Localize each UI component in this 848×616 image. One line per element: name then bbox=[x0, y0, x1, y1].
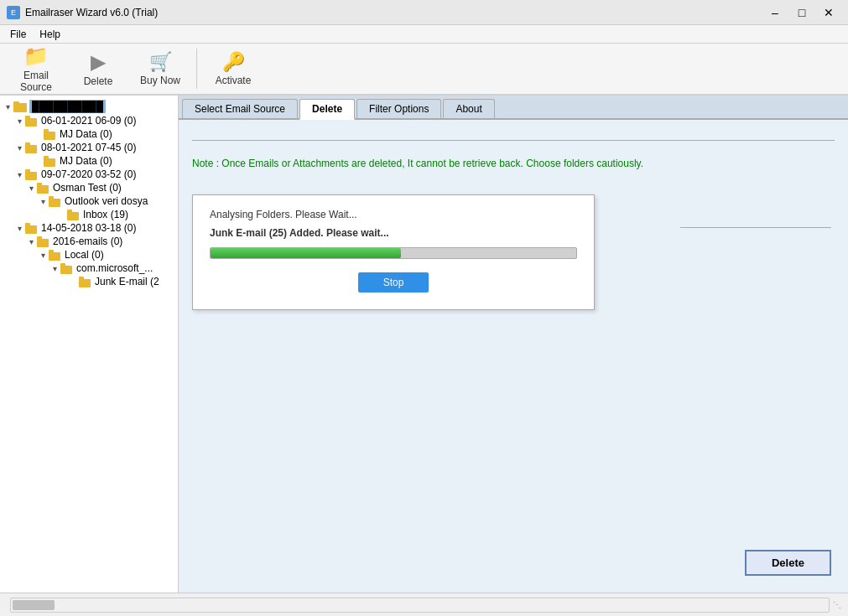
folder-icon-7 bbox=[67, 210, 81, 220]
tree-item-1[interactable]: MJ Data (0) bbox=[0, 127, 178, 141]
progress-subtitle: Junk E-mail (25) Added. Please wait... bbox=[210, 227, 577, 239]
activate-label: Activate bbox=[216, 75, 252, 86]
activate-icon: 🔑 bbox=[222, 51, 245, 73]
tree-label-2: 08-01-2021 07-45 (0) bbox=[41, 142, 136, 153]
tree-item-5[interactable]: ▾ Osman Test (0) bbox=[0, 181, 178, 194]
folder-icon-8 bbox=[25, 223, 39, 234]
tree-label-11: com.microsoft_... bbox=[76, 262, 153, 274]
tree-label-12: Junk E-mail (2 bbox=[95, 276, 159, 287]
tree-item-2[interactable]: ▾ 08-01-2021 07-45 (0) bbox=[0, 141, 178, 154]
tree-label-5: Osman Test (0) bbox=[53, 182, 122, 194]
folder-icon-1 bbox=[44, 129, 57, 140]
scrollbar-thumb bbox=[13, 600, 55, 610]
tree-label-10: Local (0) bbox=[65, 249, 104, 261]
resize-grip: ⋱ bbox=[833, 600, 841, 609]
tree-label-9: 2016-emails (0) bbox=[53, 236, 122, 247]
tree-toggle-0[interactable]: ▾ bbox=[13, 116, 25, 126]
tree-root[interactable]: ▾ ██████████ bbox=[0, 99, 178, 114]
left-panel: ▾ ██████████ ▾ 06-01-2021 06-09 (0) MJ D… bbox=[0, 96, 179, 593]
tree-item-7[interactable]: Inbox (19) bbox=[0, 208, 178, 221]
tree-label-4: 09-07-2020 03-52 (0) bbox=[41, 168, 136, 180]
tree-toggle-11[interactable]: ▾ bbox=[49, 264, 60, 273]
tree-item-4[interactable]: ▾ 09-07-2020 03-52 (0) bbox=[0, 168, 178, 181]
buy-now-button[interactable]: 🛒 Buy Now bbox=[131, 46, 190, 91]
tree-item-0[interactable]: ▾ 06-01-2021 06-09 (0) bbox=[0, 114, 178, 127]
buy-now-icon: 🛒 bbox=[149, 51, 172, 73]
tree-toggle-10[interactable]: ▾ bbox=[37, 251, 49, 260]
menu-help[interactable]: Help bbox=[33, 27, 67, 42]
tree-toggle-root[interactable]: ▾ bbox=[2, 102, 13, 111]
maximize-button[interactable]: □ bbox=[789, 4, 814, 21]
tab-about[interactable]: About bbox=[443, 99, 494, 118]
window-title: Emailraser Wizard v6.0 (Trial) bbox=[25, 7, 158, 18]
folder-icon-0 bbox=[25, 116, 39, 127]
tree-label-6: Outlook veri dosya bbox=[65, 195, 148, 207]
folder-icon-6 bbox=[49, 196, 62, 207]
note-text: Note : Once Emails or Attachments are de… bbox=[192, 158, 835, 169]
tab-delete[interactable]: Delete bbox=[299, 99, 355, 120]
tree-toggle-1 bbox=[32, 130, 44, 139]
activate-button[interactable]: 🔑 Activate bbox=[204, 46, 263, 91]
folder-icon-9 bbox=[37, 236, 50, 247]
tabs: Select Email Source Delete Filter Option… bbox=[179, 96, 848, 120]
tree-item-8[interactable]: ▾ 14-05-2018 03-18 (0) bbox=[0, 221, 178, 235]
tree-toggle-12 bbox=[67, 277, 79, 287]
tree-toggle-5[interactable]: ▾ bbox=[25, 184, 37, 193]
main-layout: ▾ ██████████ ▾ 06-01-2021 06-09 (0) MJ D… bbox=[0, 96, 848, 593]
tab-select-email-source[interactable]: Select Email Source bbox=[182, 99, 298, 118]
tree-toggle-4[interactable]: ▾ bbox=[13, 170, 25, 179]
minimize-button[interactable]: – bbox=[762, 4, 788, 21]
tree-toggle-3 bbox=[32, 157, 44, 166]
tree-toggle-8[interactable]: ▾ bbox=[13, 224, 25, 233]
progress-dialog: Analysing Folders. Please Wait... Junk E… bbox=[192, 194, 595, 310]
tree-item-11[interactable]: ▾ com.microsoft_... bbox=[0, 261, 178, 275]
tab-filter-options[interactable]: Filter Options bbox=[356, 99, 441, 118]
folder-icon-3 bbox=[44, 156, 57, 167]
tree-toggle-2[interactable]: ▾ bbox=[13, 143, 25, 153]
tree-item-6[interactable]: ▾ Outlook veri dosya bbox=[0, 194, 178, 208]
title-bar: E Emailraser Wizard v6.0 (Trial) – □ ✕ bbox=[0, 0, 848, 25]
window-controls: – □ ✕ bbox=[762, 4, 841, 21]
folder-icon-11 bbox=[60, 263, 74, 274]
tree-label-1: MJ Data (0) bbox=[60, 128, 112, 140]
tree-label-7: Inbox (19) bbox=[83, 209, 128, 220]
tree-item-12[interactable]: Junk E-mail (2 bbox=[0, 275, 178, 288]
progress-bar-fill bbox=[211, 248, 401, 258]
tree-root-label: ██████████ bbox=[29, 100, 106, 113]
email-source-icon: 📁 bbox=[23, 44, 49, 68]
divider-bottom bbox=[680, 227, 831, 228]
tree-label-8: 14-05-2018 03-18 (0) bbox=[41, 222, 136, 234]
tree-toggle-6[interactable]: ▾ bbox=[37, 197, 49, 206]
progress-title: Analysing Folders. Please Wait... bbox=[210, 209, 577, 220]
folder-icon-4 bbox=[25, 169, 39, 180]
app-icon: E bbox=[7, 6, 20, 19]
buy-now-label: Buy Now bbox=[140, 75, 180, 86]
tree-item-9[interactable]: ▾ 2016-emails (0) bbox=[0, 235, 178, 248]
delete-action-button[interactable]: Delete bbox=[745, 550, 831, 576]
toolbar-separator bbox=[196, 49, 197, 89]
delete-label: Delete bbox=[84, 75, 113, 87]
progress-bar-background bbox=[210, 247, 577, 259]
tree-label-0: 06-01-2021 06-09 (0) bbox=[41, 115, 136, 127]
status-bar: ⋱ bbox=[0, 593, 848, 616]
folder-icon-2 bbox=[25, 142, 39, 153]
tree-item-3[interactable]: MJ Data (0) bbox=[0, 154, 178, 168]
tree-toggle-9[interactable]: ▾ bbox=[25, 237, 37, 246]
divider-top bbox=[192, 140, 835, 141]
tree-label-3: MJ Data (0) bbox=[60, 155, 112, 167]
folder-icon-5 bbox=[37, 183, 50, 194]
email-source-label: Email Source bbox=[7, 70, 65, 93]
tab-content-delete: Note : Once Emails or Attachments are de… bbox=[179, 120, 848, 593]
tree-item-10[interactable]: ▾ Local (0) bbox=[0, 248, 178, 261]
delete-icon: ▶ bbox=[91, 50, 106, 74]
delete-toolbar-button[interactable]: ▶ Delete bbox=[69, 46, 127, 91]
horizontal-scrollbar[interactable] bbox=[10, 598, 830, 613]
folder-icon-10 bbox=[49, 250, 62, 261]
right-panel: Select Email Source Delete Filter Option… bbox=[179, 96, 848, 593]
root-folder-icon bbox=[13, 101, 27, 112]
email-source-button[interactable]: 📁 Email Source bbox=[7, 46, 65, 91]
folder-icon-12 bbox=[79, 277, 92, 287]
close-button[interactable]: ✕ bbox=[816, 4, 841, 21]
stop-button[interactable]: Stop bbox=[358, 272, 429, 292]
menu-file[interactable]: File bbox=[3, 27, 33, 42]
